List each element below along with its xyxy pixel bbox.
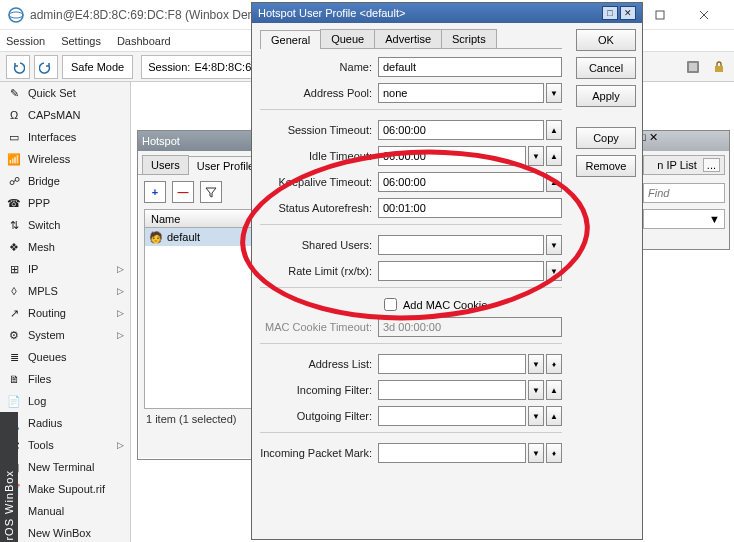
mesh-icon: ❖ [6, 239, 22, 255]
sidebar-item-files[interactable]: 🗎Files [0, 368, 130, 390]
ok-button[interactable]: OK [576, 29, 636, 51]
sidebar-item-bridge[interactable]: ☍Bridge [0, 170, 130, 192]
remove-button[interactable]: — [172, 181, 194, 203]
sidebar-item-routing[interactable]: ↗Routing▷ [0, 302, 130, 324]
app-icon [8, 7, 24, 23]
keepalive-timeout-input[interactable] [378, 172, 544, 192]
dropdown[interactable]: ▼ [643, 209, 725, 229]
dropdown-icon[interactable]: ▼ [528, 443, 544, 463]
dialog-max-button[interactable]: □ [602, 6, 618, 20]
name-input[interactable] [378, 57, 562, 77]
expand-icon[interactable]: ▼ [546, 235, 562, 255]
collapse-icon[interactable]: ▲ [546, 406, 562, 426]
sidebar-item-log[interactable]: 📄Log [0, 390, 130, 412]
tab-queue[interactable]: Queue [320, 29, 375, 48]
dialog-buttons: OK Cancel Apply Copy Remove [570, 23, 642, 539]
sidebar-item-mpls[interactable]: ◊MPLS▷ [0, 280, 130, 302]
tab-advertise[interactable]: Advertise [374, 29, 442, 48]
status-autorefresh-input[interactable] [378, 198, 562, 218]
wifi-icon: 📶 [6, 151, 22, 167]
find-input[interactable] [643, 183, 725, 203]
dropdown-icon[interactable]: ▼ [528, 354, 544, 374]
sidebar-item-wireless[interactable]: 📶Wireless [0, 148, 130, 170]
addrpool-select[interactable]: none [378, 83, 544, 103]
dropdown-icon[interactable]: ▼ [528, 380, 544, 400]
tab-scripts[interactable]: Scripts [441, 29, 497, 48]
safemode-button[interactable]: Safe Mode [62, 55, 133, 79]
iplist-titlebar[interactable]: □ ✕ [639, 131, 729, 151]
sidebar-item-capsman[interactable]: ΩCAPsMAN [0, 104, 130, 126]
svg-rect-8 [715, 66, 723, 72]
sidebar-item-quickset[interactable]: ✎Quick Set [0, 82, 130, 104]
lock-icon[interactable] [710, 58, 728, 76]
hotspot-tab-users[interactable]: Users [142, 155, 189, 174]
dropdown-icon[interactable]: ▼ [528, 406, 544, 426]
menu-session[interactable]: Session [6, 35, 45, 47]
sidebar-item-interfaces[interactable]: ▭Interfaces [0, 126, 130, 148]
menu-settings[interactable]: Settings [61, 35, 101, 47]
chevron-icon: ▷ [117, 264, 124, 274]
session-timeout-input[interactable] [378, 120, 544, 140]
iplist-tab[interactable]: n IP List ... [643, 155, 725, 175]
sidebar-item-newterminal[interactable]: ▣New Terminal [0, 456, 130, 478]
sidebar-item-switch[interactable]: ⇅Switch [0, 214, 130, 236]
addrpool-dropdown-icon[interactable]: ▼ [546, 83, 562, 103]
chevron-icon: ▷ [117, 308, 124, 318]
shared-users-input[interactable] [378, 235, 544, 255]
add-icon[interactable]: ♦ [546, 443, 562, 463]
collapse-icon[interactable]: ▲ [546, 146, 562, 166]
iplist-close-button[interactable]: ✕ [649, 131, 658, 143]
incoming-packet-mark-input[interactable] [378, 443, 526, 463]
expand-icon[interactable]: ▼ [546, 261, 562, 281]
add-mac-cookie-checkbox[interactable] [384, 298, 397, 311]
maximize-button[interactable] [638, 0, 682, 30]
apply-button[interactable]: Apply [576, 85, 636, 107]
userprofile-dialog: Hotspot User Profile <default> □ ✕ Gener… [251, 2, 643, 540]
files-icon: 🗎 [6, 371, 22, 387]
incoming-filter-input[interactable] [378, 380, 526, 400]
idle-timeout-input[interactable] [378, 146, 526, 166]
dropdown-icon[interactable]: ▼ [528, 146, 544, 166]
outgoing-filter-input[interactable] [378, 406, 526, 426]
remove-button[interactable]: Remove [576, 155, 636, 177]
log-icon: 📄 [6, 393, 22, 409]
add-button[interactable]: + [144, 181, 166, 203]
tab-general[interactable]: General [260, 30, 321, 49]
sidebar-item-radius[interactable]: 👤Radius [0, 412, 130, 434]
redo-button[interactable] [34, 55, 58, 79]
collapse-icon[interactable]: ▲ [546, 120, 562, 140]
svg-rect-3 [656, 11, 664, 19]
switch-icon: ⇅ [6, 217, 22, 233]
collapse-icon[interactable]: ▲ [546, 172, 562, 192]
sidebar-item-mesh[interactable]: ❖Mesh [0, 236, 130, 258]
undo-button[interactable] [6, 55, 30, 79]
close-button[interactable] [682, 0, 726, 30]
routing-icon: ↗ [6, 305, 22, 321]
sidebar-item-newwinbox[interactable]: ◐New WinBox [0, 522, 130, 542]
sidebar-item-ppp[interactable]: ☎PPP [0, 192, 130, 214]
sidebar-item-manual[interactable]: ❓Manual [0, 500, 130, 522]
sidebar: ✎Quick Set ΩCAPsMAN ▭Interfaces 📶Wireles… [0, 82, 131, 542]
sidebar-item-ip[interactable]: ⊞IP▷ [0, 258, 130, 280]
collapse-icon[interactable]: ▲ [546, 380, 562, 400]
sidebar-item-tools[interactable]: 🛠Tools▷ [0, 434, 130, 456]
iplist-window: □ ✕ n IP List ... ▼ [638, 130, 730, 250]
vertical-tab[interactable]: outerOS WinBox [0, 412, 18, 542]
dialog-close-button[interactable]: ✕ [620, 6, 636, 20]
dashboard-icon[interactable] [684, 58, 702, 76]
add-icon[interactable]: ♦ [546, 354, 562, 374]
filter-button[interactable] [200, 181, 222, 203]
wand-icon: ✎ [6, 85, 22, 101]
dialog-titlebar[interactable]: Hotspot User Profile <default> □ ✕ [252, 3, 642, 23]
sidebar-item-system[interactable]: ⚙System▷ [0, 324, 130, 346]
sidebar-item-supout[interactable]: 📝Make Supout.rif [0, 478, 130, 500]
profile-icon: 🧑 [149, 231, 163, 244]
menu-dashboard[interactable]: Dashboard [117, 35, 171, 47]
sidebar-item-queues[interactable]: ≣Queues [0, 346, 130, 368]
caps-icon: Ω [6, 107, 22, 123]
address-list-input[interactable] [378, 354, 526, 374]
cancel-button[interactable]: Cancel [576, 57, 636, 79]
rate-limit-input[interactable] [378, 261, 544, 281]
mac-cookie-timeout-input: 3d 00:00:00 [378, 317, 562, 337]
copy-button[interactable]: Copy [576, 127, 636, 149]
